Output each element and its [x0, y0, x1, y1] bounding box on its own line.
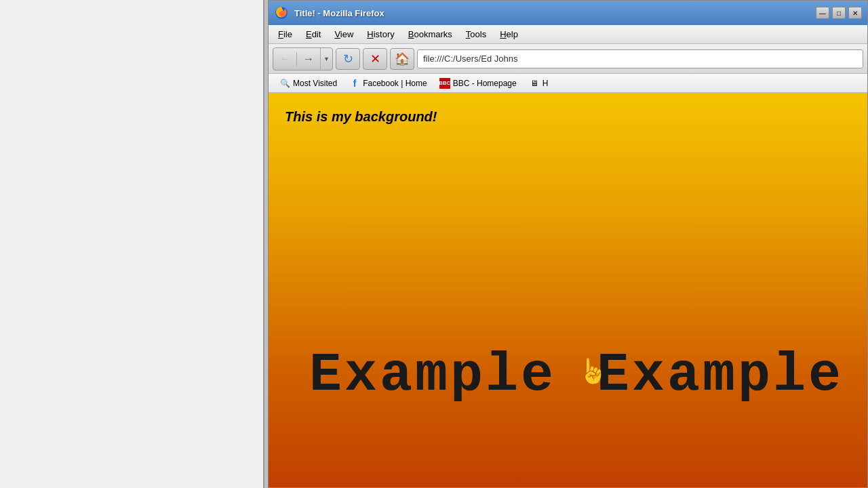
window-title: Title! - Mozilla Firefox [294, 8, 810, 18]
bookmark-h-label: H [542, 79, 549, 88]
nav-bar: ← → ▼ ↻ ✕ 🏠 [269, 44, 867, 74]
forward-button[interactable]: → [297, 48, 320, 70]
firefox-logo-icon [274, 5, 289, 20]
desktop-area [0, 0, 264, 488]
menu-help[interactable]: Help [493, 27, 525, 41]
menu-bar: File Edit View History Bookmarks Tools H… [269, 25, 867, 44]
menu-tools[interactable]: Tools [459, 27, 493, 41]
page-content: This is my background! Example Example ☝ [269, 93, 867, 487]
monitor-icon: 🖥 [529, 78, 540, 89]
maximize-button[interactable]: □ [832, 7, 846, 19]
menu-edit[interactable]: Edit [299, 27, 328, 41]
window-controls: — □ ✕ [816, 7, 862, 19]
back-forward-group: ← → ▼ [273, 47, 333, 70]
background-text: This is my background! [285, 109, 437, 125]
menu-bookmarks[interactable]: Bookmarks [401, 27, 459, 41]
close-button[interactable]: ✕ [848, 7, 862, 19]
example-text-container: Example Example [269, 344, 867, 406]
history-dropdown-button[interactable]: ▼ [320, 48, 332, 70]
stop-button[interactable]: ✕ [363, 48, 387, 70]
bookmark-bbc[interactable]: BBC BBC - Homepage [434, 76, 522, 91]
bbc-icon: BBC [439, 78, 450, 89]
example-text-2: Example [597, 344, 844, 406]
home-button[interactable]: 🏠 [390, 48, 414, 70]
bookmark-h[interactable]: 🖥 H [524, 76, 554, 91]
facebook-icon: f [349, 78, 360, 89]
mouse-cursor: ☝ [577, 357, 608, 386]
bookmarks-bar: 🔍 Most Visited f Facebook | Home BBC BBC… [269, 74, 867, 93]
search-icon: 🔍 [279, 78, 290, 89]
minimize-button[interactable]: — [816, 7, 829, 19]
menu-file[interactable]: File [271, 27, 299, 41]
bookmark-facebook[interactable]: f Facebook | Home [344, 76, 433, 91]
bookmark-most-visited[interactable]: 🔍 Most Visited [274, 76, 342, 91]
menu-history[interactable]: History [360, 27, 401, 41]
address-bar[interactable] [417, 49, 863, 68]
bookmark-bbc-label: BBC - Homepage [453, 79, 517, 88]
title-bar: Title! - Mozilla Firefox — □ ✕ [269, 1, 867, 25]
back-button[interactable]: ← [273, 48, 296, 70]
example-text-1: Example [309, 344, 556, 406]
menu-view[interactable]: View [328, 27, 360, 41]
bookmark-most-visited-label: Most Visited [293, 79, 337, 88]
reload-button[interactable]: ↻ [336, 48, 360, 70]
bookmark-facebook-label: Facebook | Home [363, 79, 427, 88]
firefox-window: Title! - Mozilla Firefox — □ ✕ File Edit… [268, 0, 868, 488]
